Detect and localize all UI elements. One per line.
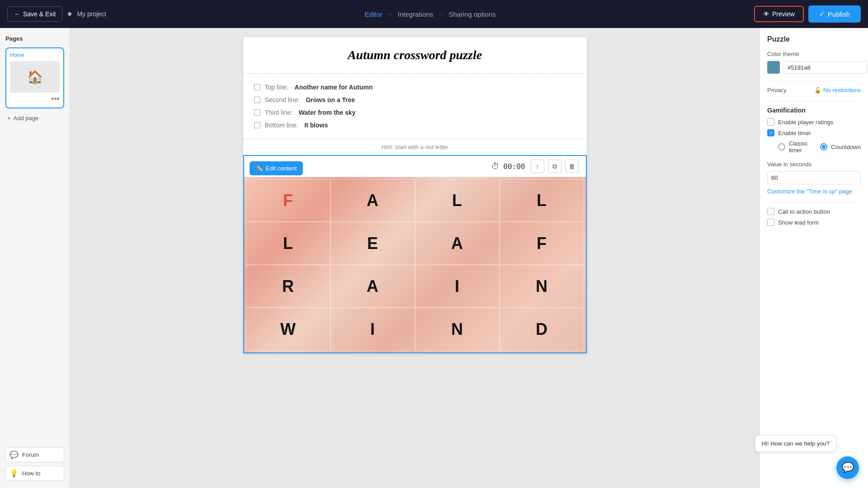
value-in-seconds-input[interactable]: [767, 171, 861, 184]
clue-checkbox-1[interactable]: [254, 84, 260, 90]
grid-cell[interactable]: F: [246, 179, 330, 222]
privacy-value[interactable]: 🔓 No restrictions: [814, 87, 861, 94]
canvas-header: Autumn crossword puzzle: [243, 37, 587, 74]
grid-cell[interactable]: L: [246, 222, 330, 265]
player-ratings-checkbox[interactable]: [767, 118, 774, 126]
chat-icon: 💬: [842, 462, 854, 474]
clue-label-3: Third line:: [265, 109, 294, 116]
classic-timer-radio-row: Classic timer: [778, 140, 813, 154]
grid-cell[interactable]: A: [330, 265, 415, 308]
timer-display: 00:00: [503, 162, 525, 171]
nav-arrow-2: →: [438, 10, 444, 18]
publish-label: Publish: [828, 10, 850, 18]
topbar: ← Save & Exit My project Editor → Integr…: [0, 0, 868, 28]
grid-cell[interactable]: F: [500, 222, 584, 265]
nav-sharing[interactable]: Sharing options: [448, 10, 495, 18]
sidebar-title: Pages: [5, 35, 64, 42]
add-page-button[interactable]: + Add page: [5, 113, 64, 123]
puzzle-area[interactable]: ✏️ Edit content Moves: 0 ⏱ 00:00 ↑ ⧉ 🗑: [243, 155, 587, 353]
grid-cell[interactable]: I: [415, 265, 500, 308]
grid-cell[interactable]: L: [500, 179, 584, 222]
publish-button[interactable]: ✓ Publish: [808, 5, 861, 23]
add-page-label: Add page: [14, 115, 39, 122]
delete-button[interactable]: 🗑: [565, 160, 579, 173]
clue-answer-1: Another name for Autumn: [295, 84, 373, 91]
save-exit-label: Save & Exit: [23, 10, 56, 18]
eye-icon: 👁: [763, 10, 769, 18]
help-bubble-close[interactable]: −: [830, 437, 833, 445]
classic-timer-radio[interactable]: [778, 143, 785, 150]
edit-content-button[interactable]: ✏️ Edit content: [250, 161, 303, 175]
chat-widget[interactable]: 💬: [836, 456, 859, 479]
clue-answer-3: Water from the sky: [299, 109, 356, 116]
grid-cell[interactable]: N: [500, 265, 584, 308]
topbar-left: ← Save & Exit My project: [7, 6, 106, 22]
grid-cell[interactable]: A: [415, 222, 500, 265]
clue-label-2: Second line:: [265, 96, 302, 103]
clue-row-3: Third line: Water from the sky: [254, 106, 576, 119]
grid-cell[interactable]: N: [415, 308, 500, 351]
grid-cell[interactable]: W: [246, 308, 330, 351]
clue-row-2: Second line: Grows on a Tree: [254, 94, 576, 106]
show-lead-form-checkbox[interactable]: [767, 219, 774, 226]
move-up-button[interactable]: ↑: [531, 160, 544, 173]
privacy-row: Privacy 🔓 No restrictions: [767, 87, 861, 94]
divider-3: [767, 202, 861, 202]
countdown-label: Countdown: [831, 144, 861, 150]
sidebar-tool-forum[interactable]: 💬 Forum: [5, 447, 64, 462]
clue-label-4: Bottom line:: [265, 122, 300, 129]
enable-timer-row: ✓ Enable timer: [767, 129, 861, 136]
grid-cell[interactable]: R: [246, 265, 330, 308]
sidebar-tool-howto[interactable]: 💡 How to: [5, 466, 64, 481]
preview-button[interactable]: 👁 Preview: [754, 6, 804, 22]
page-menu-button[interactable]: •••: [10, 94, 60, 104]
project-name: My project: [77, 10, 106, 18]
call-to-action-label: Call to action button: [778, 208, 830, 215]
clue-checkbox-4[interactable]: [254, 122, 260, 128]
show-lead-form-row: Show lead form: [767, 219, 861, 226]
canvas-card: Autumn crossword puzzle Top line: Anothe…: [243, 37, 587, 353]
call-to-action-row: Call to action button: [767, 208, 861, 215]
edit-content-label: Edit content: [266, 165, 297, 172]
privacy-value-text: No restrictions: [823, 87, 861, 94]
nav-integrations[interactable]: Integrations: [398, 10, 433, 18]
forum-label: Forum: [22, 451, 39, 458]
clue-row-1: Top line: Another name for Autumn: [254, 81, 576, 94]
topbar-center: Editor → Integrations → Sharing options: [365, 10, 496, 18]
grid-cell[interactable]: I: [330, 308, 415, 351]
save-exit-button[interactable]: ← Save & Exit: [7, 6, 62, 22]
nav-editor[interactable]: Editor: [365, 10, 382, 18]
copy-button[interactable]: ⧉: [548, 160, 561, 173]
crossword-grid[interactable]: FALLLEAFRAINWIND: [244, 177, 586, 352]
home-page-label: Home: [10, 52, 60, 58]
puzzle-icons: ⏱ 00:00 ↑ ⧉ 🗑: [491, 160, 578, 173]
clue-checkbox-3[interactable]: [254, 109, 260, 116]
enable-timer-checkbox[interactable]: ✓: [767, 129, 774, 136]
timer-type-row: Classic timer Countdown: [778, 140, 861, 156]
color-hex-input[interactable]: [783, 61, 868, 74]
clue-checkbox-2[interactable]: [254, 97, 260, 103]
color-theme-row: [767, 61, 861, 74]
app-body: Pages Home 🏠 ••• + Add page 💬 Forum 💡 Ho…: [0, 28, 868, 488]
enable-timer-label: Enable timer: [778, 130, 811, 136]
grid-cell[interactable]: L: [415, 179, 500, 222]
back-arrow-icon: ←: [14, 10, 20, 18]
grid-cell[interactable]: A: [330, 179, 415, 222]
panel-title: Puzzle: [767, 35, 861, 43]
clue-label-1: Top line:: [265, 84, 290, 91]
help-bubble: Hi! How can we help you? −: [755, 435, 836, 452]
home-thumb-icon: 🏠: [27, 70, 43, 84]
sidebar: Pages Home 🏠 ••• + Add page 💬 Forum 💡 Ho…: [0, 28, 70, 488]
countdown-radio[interactable]: [820, 143, 827, 150]
clue-row-4: Bottom line: It blows: [254, 119, 576, 131]
call-to-action-checkbox[interactable]: [767, 208, 774, 215]
grid-cell[interactable]: E: [330, 222, 415, 265]
color-swatch[interactable]: [767, 61, 780, 74]
value-in-seconds-label: Value in seconds: [767, 161, 861, 168]
customize-time-link[interactable]: Customize the "Time is up" page: [767, 188, 861, 195]
home-page-card[interactable]: Home 🏠 •••: [5, 47, 64, 108]
grid-cell[interactable]: D: [500, 308, 584, 351]
divider-2: [767, 101, 861, 101]
home-page-thumb: 🏠: [10, 61, 60, 93]
classic-timer-label: Classic timer: [789, 140, 813, 154]
